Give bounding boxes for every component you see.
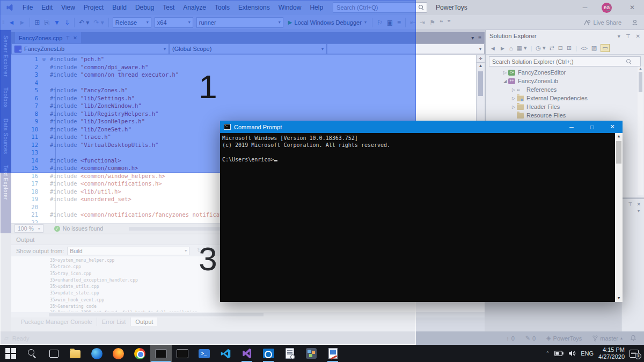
outlook-button[interactable] [258, 345, 279, 362]
hot-reload-icon[interactable]: ⚐ [375, 19, 385, 26]
indent-decrease-icon[interactable]: ⇤ [408, 19, 418, 26]
vs-search-input[interactable] [333, 4, 414, 11]
tool-tab-test-explorer[interactable]: Test Explorer [3, 160, 9, 205]
volume-icon[interactable] [568, 350, 576, 357]
expander-icon[interactable]: ▷ [510, 105, 517, 109]
vs-close-button[interactable]: ✕ [620, 0, 644, 15]
show-all-files-icon[interactable]: ⊞ [567, 45, 572, 51]
task-view-button[interactable] [43, 345, 64, 362]
close-panel-icon[interactable]: ✕ [636, 33, 640, 39]
toggle-word-wrap-icon[interactable]: ⇤ [209, 247, 214, 254]
bottom-tab-package-manager-console[interactable]: Package Manager Console [17, 317, 97, 326]
code-line[interactable]: 2#include "common/dpi_aware.h" [11, 63, 476, 71]
file-explorer-button[interactable] [64, 345, 86, 362]
git-pushes[interactable]: ↑0 [503, 335, 518, 342]
pin-icon[interactable]: ⊤ [65, 35, 70, 41]
scroll-up-icon[interactable]: ▲ [615, 133, 623, 140]
tray-expand-icon[interactable]: ⌃ [546, 351, 550, 356]
save-icon[interactable]: ▼ [52, 19, 62, 26]
scroll-down-icon[interactable]: ▼ [615, 295, 623, 302]
tree-item-external-dependencies[interactable]: ▷External Dependencies [486, 94, 644, 102]
view-code-icon[interactable]: <> [581, 45, 588, 51]
startup-project-combo[interactable]: runner▾ [196, 17, 283, 28]
vscode-button[interactable] [215, 345, 236, 362]
preview-selected-items-icon[interactable]: ▭ [601, 44, 609, 52]
close-tab-icon[interactable]: ✕ [73, 35, 77, 41]
menu-tools[interactable]: Tools [210, 0, 234, 15]
redo-icon[interactable]: ↷ ▾ [91, 19, 106, 26]
editor-zoom-dropdown[interactable]: 100 %▾ [14, 224, 43, 233]
command-prompt-window[interactable]: Command Prompt ─ □ ✕ Microsoft Windows [… [220, 121, 623, 302]
tree-item-resource-files[interactable]: Resource Files [486, 111, 644, 120]
log-viewer-button[interactable] [279, 345, 301, 362]
clear-all-icon[interactable]: ↻ [197, 247, 202, 254]
scrollbar-thumb[interactable] [616, 141, 621, 164]
home-icon[interactable]: ⌂ [509, 45, 513, 51]
pending-changes-filter-icon[interactable]: ◷ ▾ [536, 45, 545, 51]
pin-icon[interactable]: ⊤ [626, 33, 631, 39]
scroll-up-icon[interactable]: ▲ [477, 63, 485, 69]
indent-increase-icon[interactable]: ⇥ [418, 19, 427, 26]
vs-maximize-button[interactable]: ▢ [597, 0, 620, 15]
action-center-icon[interactable]: 1 [630, 350, 639, 358]
expander-icon[interactable]: ◢ [502, 79, 508, 84]
nav-project-dropdown[interactable]: FancyZonesLib▾ [11, 43, 169, 54]
tree-item-references[interactable]: ▷References [486, 85, 644, 94]
tool-tab-toolbox[interactable]: Toolbox [3, 82, 9, 113]
menu-test[interactable]: Test [158, 0, 179, 15]
firefox-button[interactable] [107, 345, 129, 362]
person-add-icon[interactable] [632, 19, 639, 26]
tabstrip-options-icon[interactable]: ≡ [478, 35, 481, 41]
menu-analyze[interactable]: Analyze [179, 0, 210, 15]
tree-item-fancyzoneslib[interactable]: ◢FancyZonesLib [486, 77, 644, 85]
bottom-tab-output[interactable]: Output [131, 317, 157, 326]
platform-combo[interactable]: x64▾ [155, 17, 193, 28]
open-file-icon[interactable]: ⎘ [42, 19, 52, 26]
editor-tool-button[interactable] [322, 345, 343, 362]
expander-icon[interactable]: ▷ [510, 96, 517, 101]
tool-tab-data-sources[interactable]: Data Sources [3, 113, 9, 160]
branch-picker[interactable]: master ▴ [589, 335, 626, 342]
live-share-button[interactable]: Live Share [593, 19, 621, 26]
menu-build[interactable]: Build [108, 0, 131, 15]
menu-window[interactable]: Window [274, 0, 306, 15]
tree-item-header-files[interactable]: ▷Header Files [486, 102, 644, 111]
scrollbar-thumb[interactable] [639, 72, 642, 92]
tool-tab-server-explorer[interactable]: Server Explorer [3, 30, 9, 82]
bottom-tab-error-list[interactable]: Error List [98, 317, 131, 326]
nav-member-dropdown[interactable]: ▾ [327, 43, 485, 54]
se-forward-icon[interactable]: ► [500, 45, 506, 51]
split-handle-icon[interactable]: ✛ [477, 55, 485, 63]
code-line[interactable]: 1⊟#include "pch.h" [11, 55, 476, 63]
configuration-combo[interactable]: Release▾ [113, 17, 151, 28]
tab-overflow-icon[interactable]: ▾ [471, 35, 474, 41]
tab-fancyzones-cpp[interactable]: FancyZones.cpp ⊤ ✕ [15, 32, 81, 43]
sync-with-active-document-icon[interactable]: ⇄ [549, 45, 554, 51]
uncomment-icon[interactable]: ❞ [445, 19, 452, 26]
output-horizontal-scrollbar[interactable] [11, 312, 485, 317]
options-icon[interactable]: ≡ [395, 19, 403, 26]
vs-search-box[interactable] [333, 2, 427, 13]
powertoys-button[interactable] [301, 345, 322, 362]
repository-picker[interactable]: ◈ PowerToys [543, 335, 585, 342]
toolbar-grip[interactable]: ⁞⁞ [2, 19, 4, 25]
menu-edit[interactable]: Edit [37, 0, 57, 15]
code-line[interactable]: 6#include "lib/Settings.h" [11, 94, 476, 102]
menu-help[interactable]: Help [305, 0, 327, 15]
expander-icon[interactable]: ▷ [502, 70, 508, 75]
cmd-maximize-button[interactable]: □ [582, 121, 602, 133]
chrome-button[interactable] [129, 345, 150, 362]
se-back-icon[interactable]: ◄ [490, 45, 496, 51]
command-prompt-button[interactable] [172, 345, 193, 362]
code-line[interactable]: 4 [11, 79, 476, 87]
cmd-terminal[interactable]: Microsoft Windows [Version 10.0.18363.75… [220, 133, 623, 302]
collapse-all-icon[interactable]: ⊟ [558, 45, 563, 51]
code-line[interactable]: 7#include "lib/ZoneWindow.h" [11, 102, 476, 110]
switch-views-icon[interactable]: ▦ ▾ [516, 45, 526, 51]
tree-item-fancyzoneseditor[interactable]: ▷FancyZonesEditor [486, 68, 644, 77]
pin-icon[interactable]: ⊤ [628, 202, 633, 207]
powershell-button[interactable]: >_ [193, 345, 215, 362]
navigate-back-icon[interactable]: ◄ [6, 19, 17, 26]
preview-icon[interactable]: ▣ [385, 19, 395, 26]
code-line[interactable]: 8#include "lib/RegistryHelpers.h" [11, 110, 476, 118]
